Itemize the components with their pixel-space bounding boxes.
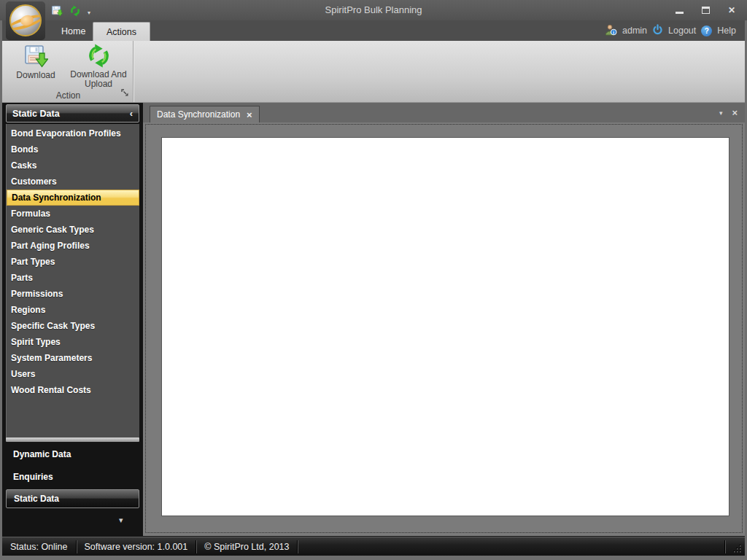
document-tab-data-synchronization[interactable]: Data Synchronization × [150,106,260,122]
sidebar-section-dynamic-data[interactable]: Dynamic Data [6,446,139,462]
power-icon [652,24,663,37]
logout-button[interactable]: Logout [668,26,696,36]
save-download-icon[interactable] [51,5,63,20]
sidebar-item-spirit-types[interactable]: Spirit Types [7,334,139,350]
ribbon-group-label: Action [4,90,133,101]
tab-actions[interactable]: Actions [93,22,150,41]
document-tab-strip: Data Synchronization × ▾ × [143,103,745,122]
status-separator [724,540,725,553]
sidebar-item-parts[interactable]: Parts [7,270,139,286]
sidebar-item-generic-cask-types[interactable]: Generic Cask Types [7,222,139,238]
sidebar-item-formulas[interactable]: Formulas [7,206,139,222]
sidebar-splitter[interactable] [6,438,139,442]
minimize-button[interactable] [671,4,687,16]
document-panel: Data Synchronization × ▾ × [143,103,745,536]
dialog-launcher-icon[interactable] [121,87,129,100]
sidebar-item-system-parameters[interactable]: System Parameters [7,350,139,366]
collapse-chevron-icon[interactable]: ‹ [130,108,133,119]
software-version-label: Software version: 1.0.001 [77,542,196,552]
status-bar: Status: Online Software version: 1.0.001… [2,537,745,556]
sidebar-header-label: Static Data [12,109,60,119]
sidebar-item-part-types[interactable]: Part Types [7,254,139,270]
maximize-icon [702,7,710,14]
sidebar-section-static-data[interactable]: Static Data [6,489,139,508]
close-button[interactable]: ✕ [724,4,740,16]
tab-home[interactable]: Home [48,22,98,41]
ribbon-tab-row: Home Actions admin Logout ? Help [2,20,745,41]
sidebar-header[interactable]: Static Data ‹ [6,104,139,122]
help-icon: ? [701,26,712,36]
tab-list-dropdown-icon[interactable]: ▾ [719,109,723,117]
document-tab-label: Data Synchronization [157,109,240,120]
title-bar: SpiritPro Bulk Planning ✕ [0,0,747,20]
quick-access-toolbar: ▾ [51,5,90,20]
sidebar-item-bonds[interactable]: Bonds [7,141,139,158]
sidebar-nav-list: Bond Evaporation Profiles Bonds Casks Cu… [6,124,139,438]
download-label: Download [16,71,55,80]
sidebar-item-casks[interactable]: Casks [7,158,139,174]
download-icon [23,42,48,69]
window-title: SpiritPro Bulk Planning [0,4,747,15]
sidebar-item-regions[interactable]: Regions [7,302,139,318]
sidebar-item-part-aging-profiles[interactable]: Part Aging Profiles [7,238,139,254]
maximize-button[interactable] [697,4,713,16]
sidebar-item-customers[interactable]: Customers [7,174,139,190]
user-icon [605,24,617,38]
download-button[interactable]: Download [5,42,66,89]
sidebar-item-wood-rental-costs[interactable]: Wood Rental Costs [7,382,139,398]
data-synchronization-panel [161,137,729,516]
sidebar-item-bond-evaporation-profiles[interactable]: Bond Evaporation Profiles [7,125,139,141]
main-region: Static Data ‹ Bond Evaporation Profiles … [2,103,745,537]
copyright-label: © SpiritPro Ltd, 2013 [196,542,297,552]
username-label: admin [622,26,647,36]
help-button[interactable]: Help [717,26,736,36]
minimize-icon [676,12,684,14]
application-window: { "window": { "title": "SpiritPro Bulk P… [0,0,747,560]
user-bar: admin Logout ? Help [605,20,736,41]
sidebar-item-users[interactable]: Users [7,366,139,382]
download-upload-label: Download And Upload [68,70,129,89]
download-upload-icon [87,42,111,68]
sidebar-item-permissions[interactable]: Permissions [7,286,139,302]
sidebar-item-specific-cask-types[interactable]: Specific Cask Types [7,318,139,334]
document-content-area [145,124,743,533]
sidebar-section-enquiries[interactable]: Enquiries [6,469,139,485]
sync-icon[interactable] [69,5,81,20]
document-close-icon[interactable]: × [732,107,738,118]
download-and-upload-button[interactable]: Download And Upload [68,42,129,89]
status-online-label: Status: Online [2,542,76,552]
qat-dropdown-icon[interactable]: ▾ [88,9,90,16]
sidebar-overflow-icon[interactable]: ▾ [119,516,123,525]
sidebar-item-data-synchronization[interactable]: Data Synchronization [7,190,139,206]
ribbon: Download Download And Upload Action [2,41,745,103]
tab-close-icon[interactable]: × [247,109,252,120]
status-separator [297,540,298,553]
orb-icon [9,4,42,36]
ribbon-group-action: Download Download And Upload Action [4,41,133,102]
app-logo[interactable] [6,1,45,40]
close-icon: ✕ [728,5,735,15]
resize-grip[interactable] [732,544,742,556]
